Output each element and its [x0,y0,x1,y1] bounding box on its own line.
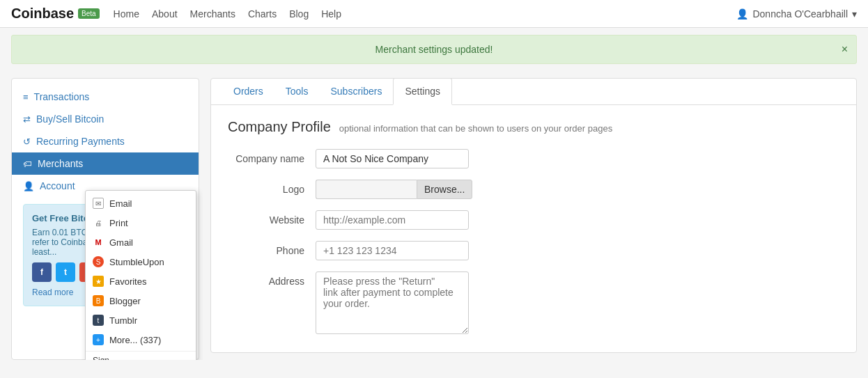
section-subtitle: optional information that can be shown t… [339,123,612,134]
addthis-stumble-label: StumbleUpon [109,257,164,267]
nav-home[interactable]: Home [114,8,139,19]
sidebar-label-account: Account [40,180,75,191]
nav-blog[interactable]: Blog [289,8,309,19]
form-row-company-name: Company name [228,149,839,168]
browse-button[interactable]: Browse... [417,180,472,199]
alert-message: Merchant settings updated! [375,44,493,55]
navbar: Coinbase Beta Home About Merchants Chart… [0,0,868,28]
dropdown-arrow: ▾ [852,8,857,19]
addthis-tumblr[interactable]: t Tumblr [86,310,196,330]
nav-charts[interactable]: Charts [248,8,277,19]
gmail-icon: M [93,237,104,248]
main-container: ≡ Transactions ⇄ Buy/Sell Bitcoin ↺ Recu… [0,71,868,360]
addthis-blogger[interactable]: B Blogger [86,291,196,310]
facebook-icon[interactable]: f [32,262,52,282]
beta-badge: Beta [78,8,100,19]
stumble-icon: S [93,256,104,267]
phone-input[interactable] [316,241,469,260]
favorites-icon: ★ [93,276,104,287]
section-title: Company Profile [228,119,331,134]
alert-close-button[interactable]: × [842,43,848,56]
addthis-print-label: Print [109,218,128,228]
form-row-logo: Logo Browse... [228,180,839,199]
tumblr-icon: t [93,315,104,326]
addthis-footer: Sign In + AddThis Privacy ▶ [86,353,196,360]
form-area: Company name Logo Browse... Website Phon… [211,142,856,352]
addthis-email-label: Email [109,198,132,209]
website-input[interactable] [316,210,469,230]
account-icon: 👤 [23,181,34,191]
username: Donncha O'Cearbhaill [752,8,848,19]
company-name-label: Company name [228,149,304,164]
nav-links: Home About Merchants Charts Blog Help [114,8,341,19]
email-icon: ✉ [93,198,104,209]
twitter-icon[interactable]: t [56,262,75,282]
addthis-gmail[interactable]: M Gmail [86,233,196,252]
sidebar-label-recurring: Recurring Payments [36,136,125,147]
more-icon: + [93,334,104,345]
tab-settings[interactable]: Settings [393,78,452,105]
addthis-favorites[interactable]: ★ Favorites [86,271,196,291]
buysell-icon: ⇄ [23,114,31,125]
addthis-gmail-label: Gmail [109,237,133,248]
tabs-bar: Orders Tools Subscribers Settings [211,79,856,105]
form-row-website: Website [228,210,839,230]
addthis-divider [86,351,196,352]
addthis-more[interactable]: + More... (337) [86,330,196,349]
nav-about[interactable]: About [152,8,178,19]
sidebar-item-recurring[interactable]: ↺ Recurring Payments [12,130,199,152]
nav-merchants[interactable]: Merchants [190,8,235,19]
sidebar-item-transactions[interactable]: ≡ Transactions [12,86,199,108]
brand[interactable]: Coinbase Beta [11,6,100,22]
addthis-tumblr-label: Tumblr [109,315,137,326]
user-icon: 👤 [736,8,748,19]
merchants-icon: 🏷 [23,159,32,169]
form-row-phone: Phone [228,241,839,260]
sidebar-label-transactions: Transactions [34,91,90,102]
tab-subscribers[interactable]: Subscribers [319,79,393,105]
print-icon: 🖨 [93,217,104,228]
addthis-blogger-label: Blogger [109,296,141,306]
form-row-address: Address [228,271,839,334]
tab-orders[interactable]: Orders [222,79,274,105]
brand-name: Coinbase [11,6,74,22]
logo-input-group: Browse... [316,180,472,199]
recurring-icon: ↺ [23,136,31,147]
addthis-print[interactable]: 🖨 Print [86,213,196,233]
sidebar: ≡ Transactions ⇄ Buy/Sell Bitcoin ↺ Recu… [11,78,199,360]
logo-label: Logo [228,180,304,195]
sidebar-label-buysell: Buy/Sell Bitcoin [36,113,104,125]
blogger-icon: B [93,295,104,306]
sidebar-item-buysell[interactable]: ⇄ Buy/Sell Bitcoin [12,108,199,130]
tab-tools[interactable]: Tools [274,79,320,105]
section-header: Company Profile optional information tha… [211,105,856,142]
transactions-icon: ≡ [23,92,29,102]
user-menu[interactable]: 👤 Donncha O'Cearbhaill ▾ [736,8,857,19]
sidebar-label-merchants: Merchants [38,158,83,169]
addthis-more-label: More... (337) [109,335,161,345]
addthis-favorites-label: Favorites [109,276,146,287]
address-label: Address [228,271,304,287]
addthis-signin[interactable]: Sign In [93,356,109,360]
alert-banner: Merchant settings updated! × [11,35,857,64]
addthis-stumble[interactable]: S StumbleUpon [86,252,196,271]
addthis-email[interactable]: ✉ Email [86,194,196,213]
addthis-dropdown: ✉ Email 🖨 Print M Gmail S StumbleUpon ★ … [85,190,196,360]
nav-help[interactable]: Help [321,8,341,19]
company-name-input[interactable] [316,149,469,168]
website-label: Website [228,210,304,226]
content-area: Orders Tools Subscribers Settings Compan… [210,78,857,353]
phone-label: Phone [228,241,304,256]
sidebar-item-merchants[interactable]: 🏷 Merchants [12,152,199,175]
address-textarea[interactable] [316,271,469,334]
logo-file-input[interactable] [316,180,417,199]
